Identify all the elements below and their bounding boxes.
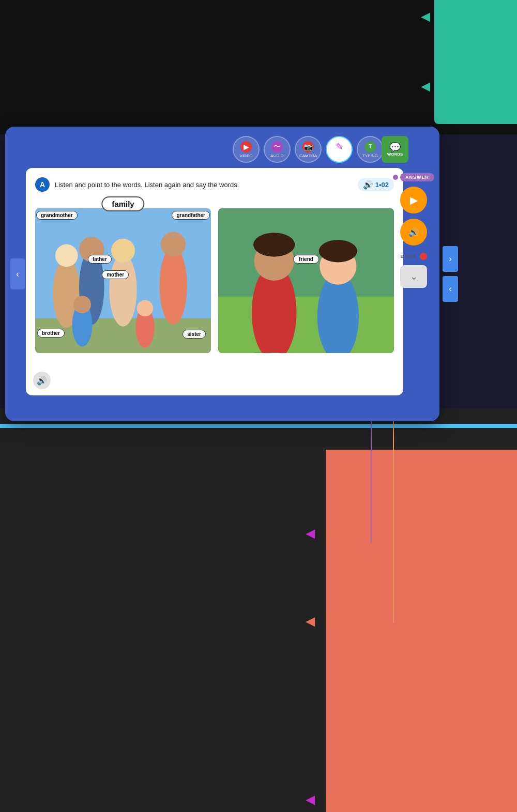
camera-button[interactable]: 📷 CAMERA — [295, 136, 322, 163]
word-grandmother-label: grandmother — [36, 211, 78, 220]
book-dot-button[interactable] — [420, 253, 427, 260]
pen-label: PEN TOOL — [329, 154, 349, 158]
svg-point-7 — [111, 239, 135, 263]
video-icon: ▶ — [240, 141, 252, 152]
letter-badge: A — [35, 177, 50, 192]
word-brother-label: brother — [37, 329, 65, 338]
typing-icon: T — [364, 141, 376, 152]
red-panel — [326, 450, 517, 812]
words-icon: 💬 — [389, 143, 401, 152]
sound-button[interactable]: 🔊 — [400, 219, 427, 246]
svg-point-6 — [109, 254, 136, 327]
outer-nav-next-button[interactable]: › — [443, 246, 458, 272]
nav-prev-button[interactable]: ‹ — [10, 258, 25, 289]
arrow-bottom: ◄ — [302, 791, 318, 808]
sound-icon: 🔊 — [408, 227, 419, 237]
outer-nav-prev-icon: ‹ — [449, 284, 451, 294]
word-family-label: family — [101, 196, 144, 211]
arrow-top-green2: ◄ — [418, 78, 433, 95]
camera-icon: 📷 — [302, 141, 314, 152]
outer-nav-next-icon: › — [449, 254, 451, 264]
outer-nav-right: › ‹ — [443, 246, 458, 302]
family-photo: grandmother grandfather father mother br — [35, 208, 211, 353]
svg-point-8 — [159, 247, 187, 325]
mini-speaker-button[interactable]: 🔊 — [33, 372, 51, 389]
word-father-label: father — [88, 255, 112, 264]
audio-label: AUDIO — [270, 154, 283, 158]
arrow-mid-purple: ◄ — [302, 525, 318, 542]
side-panel: ANSWER ▶ 🔊 BOOK ⌄ — [393, 173, 434, 288]
word-friend-label: friend — [293, 255, 319, 264]
content-panel: A Listen and point to the words. Listen … — [26, 168, 403, 395]
pen-button[interactable]: ✎ PEN TOOL — [326, 136, 353, 163]
svg-point-11 — [73, 296, 91, 313]
outer-nav-prev-button[interactable]: ‹ — [443, 276, 458, 302]
camera-label: CAMERA — [299, 154, 317, 158]
instruction-text: Listen and point to the words. Listen ag… — [55, 181, 353, 189]
word-sister-label: sister — [183, 330, 206, 339]
device-inner: ▶ VIDEO 〜 AUDIO 📷 CAMERA ✎ PEN TOOL T TY… — [5, 127, 439, 421]
friends-photo-container: friend — [218, 208, 394, 364]
video-button[interactable]: ▶ VIDEO — [233, 136, 260, 163]
pen-icon: ✎ — [333, 141, 345, 152]
words-button[interactable]: 💬 WORDS — [382, 136, 408, 163]
typing-label: TYPING — [362, 154, 378, 158]
svg-point-18 — [253, 233, 295, 256]
family-photo-container: family — [35, 199, 211, 364]
typing-button[interactable]: T TYPING — [357, 136, 384, 163]
arrow-top-green: ◄ — [418, 8, 433, 25]
audio-button[interactable]: 〜 AUDIO — [264, 136, 291, 163]
chevron-down-button[interactable]: ⌄ — [400, 265, 427, 288]
play-button[interactable]: ▶ — [400, 187, 427, 213]
svg-point-9 — [161, 232, 186, 257]
video-label: VIDEO — [240, 154, 253, 158]
answer-dot — [393, 175, 398, 180]
friends-svg — [218, 208, 394, 353]
blue-line — [0, 424, 517, 428]
svg-point-13 — [137, 300, 154, 317]
svg-point-21 — [319, 240, 357, 262]
track-number: 1•02 — [375, 181, 389, 189]
nav-prev-icon: ‹ — [16, 269, 19, 280]
images-row: family — [35, 199, 394, 364]
audio-icon: 〜 — [271, 141, 283, 152]
chevron-down-icon: ⌄ — [410, 271, 418, 282]
book-label: BOOK — [401, 254, 417, 259]
device: ▶ VIDEO 〜 AUDIO 📷 CAMERA ✎ PEN TOOL T TY… — [5, 127, 439, 421]
book-section: BOOK — [401, 253, 427, 260]
words-label: WORDS — [387, 152, 403, 157]
svg-point-3 — [55, 244, 78, 267]
speaker-icon: 🔊 — [363, 180, 373, 190]
play-icon: ▶ — [410, 194, 418, 206]
word-mother-label: mother — [102, 270, 129, 279]
svg-rect-15 — [218, 297, 394, 353]
friends-photo: friend — [218, 208, 394, 353]
instruction-bar: A Listen and point to the words. Listen … — [35, 177, 394, 192]
audio-indicator[interactable]: 🔊 1•02 — [358, 178, 394, 191]
answer-label: ANSWER — [400, 173, 434, 181]
answer-button[interactable]: ANSWER — [393, 173, 434, 181]
arrow-bot-orange: ◄ — [302, 612, 318, 630]
green-panel — [434, 0, 517, 124]
word-grandfather-label: grandfather — [172, 211, 210, 220]
